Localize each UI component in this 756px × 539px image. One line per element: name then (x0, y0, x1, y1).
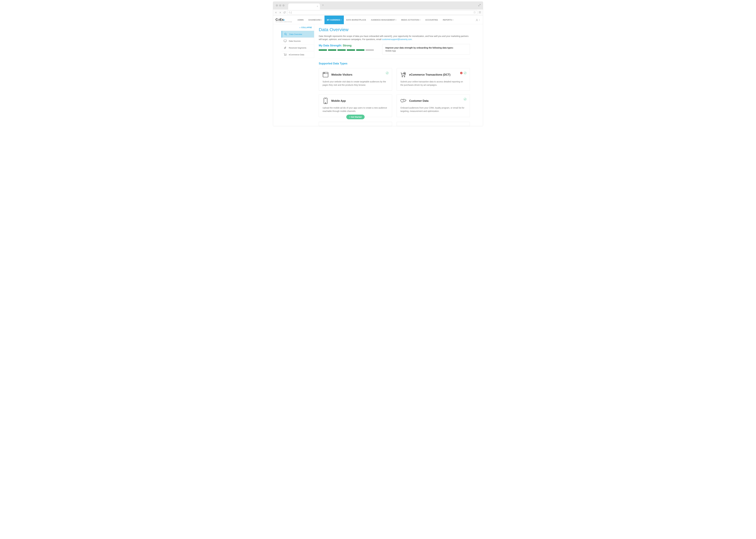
supported-types-heading: Supported Data Types (319, 62, 470, 65)
user-menu[interactable]: ▾ (473, 16, 483, 24)
svg-point-13 (325, 103, 326, 104)
card-title: Customer Data (409, 99, 428, 103)
improve-item: Mobile App (385, 49, 467, 52)
traffic-light-yellow[interactable] (279, 4, 281, 7)
sidebar-item-label: Data Overview (289, 33, 302, 36)
nav-accounting[interactable]: ACCOUNTING (423, 16, 440, 24)
sidebar-item-ecommerce-data[interactable]: eCommerce Data (281, 51, 314, 58)
window-icon (323, 72, 329, 78)
nav-dashboard[interactable]: DASHBOARD▾ (306, 16, 325, 24)
sidebar-item-received-segments[interactable]: Received Segments (281, 44, 314, 51)
sidebar: ‹ COLLAPSE Data Overview Data Sources Re… (281, 24, 314, 58)
caret-down-icon: ▾ (340, 19, 341, 21)
caret-down-icon: ▾ (419, 19, 420, 21)
sidebar-item-label: Received Segments (289, 47, 306, 49)
main-nav: CoEx‹‹‹ The Co-Operative Audience Exchan… (273, 16, 483, 24)
nav-data-marketplace[interactable]: DATA MARKETPLACE (344, 16, 368, 24)
nav-my-audience[interactable]: MY AUDIENCE▾ (325, 16, 344, 24)
card-description: Onboard audiences from your CRM, loyalty… (400, 106, 466, 113)
ecommerce-icon (400, 72, 407, 78)
nav-audience-management[interactable]: AUDIENCE MANAGEMENT▾ (368, 16, 399, 24)
search-icon (284, 33, 287, 36)
card-clipped-right[interactable] (397, 122, 470, 126)
traffic-lights (276, 4, 284, 7)
back-button[interactable] (274, 11, 277, 14)
handshake-icon (400, 98, 407, 104)
browser-toolbar (273, 10, 483, 16)
data-strength-heading: My Data Strength: Strong (319, 44, 376, 47)
status-check-icon (464, 72, 467, 74)
status-alert-icon: i (460, 72, 463, 74)
user-icon (476, 19, 478, 21)
mobile-icon (323, 98, 329, 104)
bookmark-star-icon[interactable] (473, 11, 476, 14)
svg-rect-3 (284, 40, 286, 41)
monitor-icon (284, 39, 287, 42)
forward-button[interactable] (279, 11, 281, 14)
reload-button[interactable] (283, 11, 286, 14)
card-ecommerce-transactions[interactable]: i eCommerce Transactions (DCT) Submit yo… (397, 68, 470, 91)
sidebar-item-label: eCommerce Data (289, 53, 304, 56)
caret-down-icon: ▾ (453, 19, 453, 21)
card-description: Submit your website visit data to create… (323, 80, 388, 87)
page-title: Data Overview (319, 27, 470, 32)
svg-point-10 (404, 76, 405, 77)
svg-point-0 (289, 12, 290, 13)
collapse-toggle[interactable]: ‹ COLLAPSE (281, 24, 314, 31)
main-content: Data Overview Data Strength represents t… (314, 24, 475, 126)
improve-heading: Improve your data strength by onboarding… (385, 46, 453, 49)
traffic-light-red[interactable] (276, 4, 278, 7)
card-customer-data[interactable]: Customer Data Onboard audiences from you… (397, 94, 470, 117)
support-email-link[interactable]: customersupport@owneriq.com (382, 38, 412, 40)
cart-icon (284, 53, 287, 56)
sidebar-item-data-sources[interactable]: Data Sources (281, 38, 314, 44)
card-description: Submit your online transaction data to a… (400, 80, 466, 87)
improve-box: Improve your data strength by onboarding… (382, 44, 470, 54)
card-title: Website Visitors (331, 73, 352, 76)
tab-close-icon[interactable]: × (317, 5, 318, 8)
fullscreen-icon[interactable] (479, 4, 481, 7)
status-check-icon (464, 98, 467, 101)
chevron-left-icon: ‹ (300, 26, 300, 29)
card-title: eCommerce Transactions (DCT) (409, 73, 450, 76)
get-started-button[interactable]: + Get Started (346, 115, 364, 119)
caret-down-icon: ▾ (396, 19, 396, 21)
new-tab-button[interactable]: + (322, 3, 324, 8)
intro-text: Data Strength represents the scope of da… (319, 35, 470, 41)
status-check-icon (386, 72, 389, 74)
sidebar-item-label: Data Sources (289, 40, 301, 42)
caret-down-icon: ▾ (321, 19, 322, 21)
store-icon (323, 124, 329, 126)
nav-media-activation[interactable]: MEDIA ACTIVATION▾ (399, 16, 423, 24)
traffic-light-green[interactable] (282, 4, 284, 7)
svg-point-9 (402, 76, 403, 77)
nav-reports[interactable]: REPORTS▾ (440, 16, 456, 24)
logo[interactable]: CoEx‹‹‹ The Co-Operative Audience Exchan… (275, 16, 295, 24)
browser-tab[interactable]: × (288, 3, 320, 10)
card-description: Upload the mobile ad ids of your app use… (323, 106, 388, 113)
card-clipped-left[interactable] (319, 122, 392, 126)
card-title: Mobile App (331, 99, 346, 103)
paperclip-icon (284, 46, 287, 49)
svg-point-5 (286, 55, 286, 56)
svg-point-2 (284, 33, 286, 35)
logo-tagline: The Co-Operative Audience Exchange (275, 21, 292, 22)
card-website-visitors[interactable]: Website Visitors Submit your website vis… (319, 68, 392, 91)
card-mobile-app[interactable]: Mobile App Upload the mobile ad ids of y… (319, 94, 392, 117)
search-icon (289, 12, 291, 14)
address-bar[interactable] (287, 10, 477, 15)
browser-tab-strip: × + (273, 2, 483, 10)
strength-meter (319, 49, 376, 51)
nav-admin[interactable]: ADMIN (295, 16, 306, 24)
svg-point-4 (284, 55, 285, 56)
sidebar-item-data-overview[interactable]: Data Overview (281, 31, 314, 38)
caret-down-icon: ▾ (479, 19, 480, 21)
device-icon (400, 124, 407, 126)
svg-point-1 (477, 19, 477, 20)
browser-menu-icon[interactable] (479, 11, 482, 14)
